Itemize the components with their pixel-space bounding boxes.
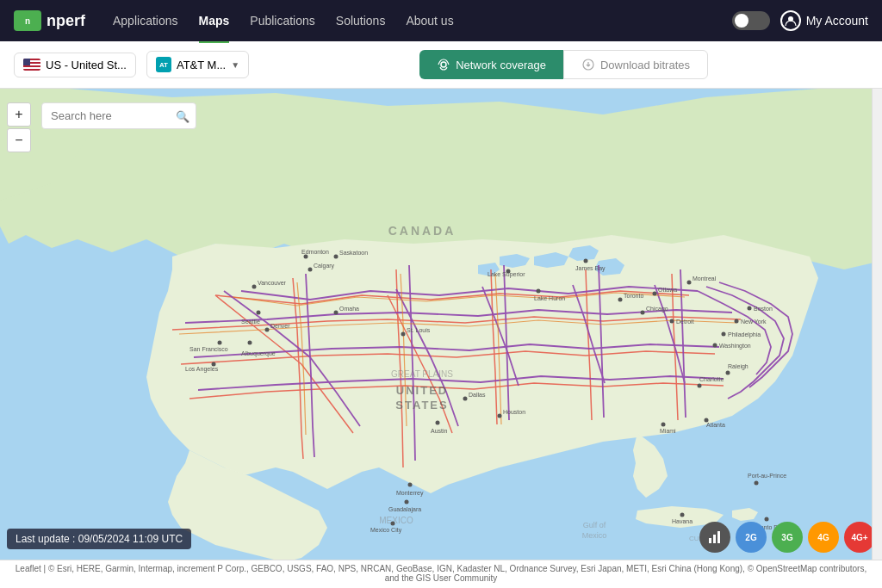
chevron-down-icon: ▼ — [231, 60, 239, 70]
legend-3g-btn[interactable]: 3G — [772, 522, 803, 553]
svg-text:Seattle: Seattle — [241, 319, 260, 325]
svg-point-22 — [641, 311, 645, 315]
svg-point-72 — [680, 513, 685, 517]
nav-publications[interactable]: Publications — [250, 10, 315, 31]
svg-point-64 — [726, 371, 730, 375]
svg-text:James Bay: James Bay — [575, 265, 606, 272]
svg-text:Austin: Austin — [431, 428, 448, 434]
footer: Leaflet | © Esri, HERE, Garmin, Intermap… — [0, 560, 882, 585]
svg-text:Mexico City: Mexico City — [370, 527, 402, 534]
svg-point-20 — [670, 319, 674, 324]
network-coverage-label: Network coverage — [456, 59, 546, 71]
legend-icons: 2G 3G 4G 4G+ — [699, 522, 875, 553]
zoom-in-button[interactable]: + — [7, 102, 31, 127]
svg-text:Havana: Havana — [672, 518, 693, 524]
svg-point-16 — [722, 332, 726, 337]
svg-text:Charlotte: Charlotte — [699, 376, 724, 382]
svg-point-52 — [304, 255, 308, 259]
map-container[interactable]: UNITED STATES GREAT PLAINS CANADA MEXICO… — [0, 89, 882, 560]
country-selector[interactable]: US - United St... — [14, 53, 136, 77]
svg-text:Calgary: Calgary — [314, 263, 335, 269]
svg-text:Port-au-Prince: Port-au-Prince — [748, 473, 786, 479]
svg-point-18 — [713, 344, 717, 348]
nav-maps[interactable]: Maps — [199, 10, 230, 31]
svg-point-62 — [698, 384, 702, 388]
svg-text:STATES: STATES — [395, 399, 448, 412]
svg-text:Vancouver: Vancouver — [258, 280, 287, 286]
theme-toggle[interactable] — [732, 11, 770, 30]
side-panel — [872, 89, 882, 560]
svg-point-56 — [334, 255, 339, 259]
nav-solutions[interactable]: Solutions — [336, 10, 386, 31]
svg-point-34 — [218, 341, 222, 345]
svg-text:UNITED: UNITED — [396, 384, 448, 397]
svg-point-48 — [252, 285, 257, 289]
svg-text:New York: New York — [741, 319, 767, 325]
view-toggle: Network coverage Download bitrates — [259, 50, 868, 79]
svg-text:St. Louis: St. Louis — [407, 327, 431, 333]
svg-point-26 — [653, 292, 657, 296]
legend-4g-btn[interactable]: 4G — [808, 522, 839, 553]
svg-text:CANADA: CANADA — [388, 224, 457, 238]
svg-point-38 — [334, 311, 339, 315]
account-label: My Account — [806, 14, 868, 28]
country-label: US - United St... — [46, 59, 127, 71]
svg-text:Toronto: Toronto — [624, 293, 643, 299]
svg-text:Saskatoon: Saskatoon — [339, 250, 368, 256]
svg-text:Mexico: Mexico — [582, 531, 607, 540]
svg-text:Omaha: Omaha — [339, 306, 359, 312]
svg-point-14 — [735, 319, 739, 324]
search-icon: 🔍 — [176, 109, 189, 122]
svg-point-58 — [436, 421, 440, 425]
svg-point-70 — [405, 500, 409, 504]
svg-point-1 — [441, 62, 446, 67]
svg-text:Monterrey: Monterrey — [396, 490, 424, 497]
svg-point-30 — [265, 328, 270, 332]
svg-point-74 — [765, 517, 769, 522]
download-icon — [581, 58, 595, 71]
operator-icon: AT — [156, 57, 171, 72]
legend-4gplus-btn[interactable]: 4G+ — [844, 522, 875, 553]
map-search: 🔍 — [41, 102, 196, 129]
svg-rect-86 — [717, 531, 720, 543]
svg-point-66 — [408, 483, 413, 487]
network-coverage-btn[interactable]: Network coverage — [419, 50, 563, 79]
svg-text:Raleigh: Raleigh — [728, 363, 748, 370]
download-bitrates-btn[interactable]: Download bitrates — [563, 50, 708, 79]
svg-point-80 — [537, 289, 541, 294]
svg-point-82 — [584, 259, 588, 263]
svg-text:Houston: Houston — [503, 409, 525, 415]
toolbar: US - United St... AT AT&T M... ▼ Network… — [0, 41, 882, 89]
svg-point-12 — [748, 306, 752, 311]
my-account-btn[interactable]: My Account — [780, 10, 868, 31]
svg-point-68 — [391, 522, 395, 526]
zoom-out-button[interactable]: − — [7, 128, 31, 152]
svg-text:Gulf of: Gulf of — [583, 521, 606, 529]
account-icon — [780, 10, 801, 31]
network-icon — [437, 58, 450, 71]
zoom-controls: + − — [7, 102, 31, 152]
svg-point-42 — [463, 397, 468, 401]
search-input[interactable] — [41, 102, 196, 129]
svg-text:Albuquerque: Albuquerque — [241, 350, 276, 357]
svg-text:Edmonton: Edmonton — [301, 249, 329, 255]
svg-point-24 — [618, 298, 623, 302]
legend-2g-label: 2G — [745, 533, 756, 542]
flag-us-icon — [23, 59, 40, 71]
nav-about[interactable]: About us — [406, 10, 453, 31]
footer-text: Leaflet | © Esri, HERE, Garmin, Intermap… — [10, 564, 872, 583]
legend-2g-btn[interactable]: 2G — [736, 522, 767, 553]
svg-text:Washington: Washington — [719, 343, 751, 350]
svg-point-46 — [308, 268, 313, 272]
map-background: UNITED STATES GREAT PLAINS CANADA MEXICO… — [0, 89, 882, 560]
svg-text:Miami: Miami — [660, 428, 676, 434]
operator-selector[interactable]: AT AT&T M... ▼ — [146, 51, 249, 78]
logo[interactable]: n nperf — [14, 10, 85, 31]
legend-3g-label: 3G — [781, 533, 792, 542]
nav-applications[interactable]: Applications — [113, 10, 178, 31]
svg-point-28 — [687, 281, 692, 285]
legend-chart-btn[interactable] — [699, 522, 730, 553]
download-bitrates-label: Download bitrates — [600, 59, 690, 71]
svg-text:Lake Huron: Lake Huron — [534, 295, 565, 301]
svg-text:Boston: Boston — [754, 306, 773, 312]
